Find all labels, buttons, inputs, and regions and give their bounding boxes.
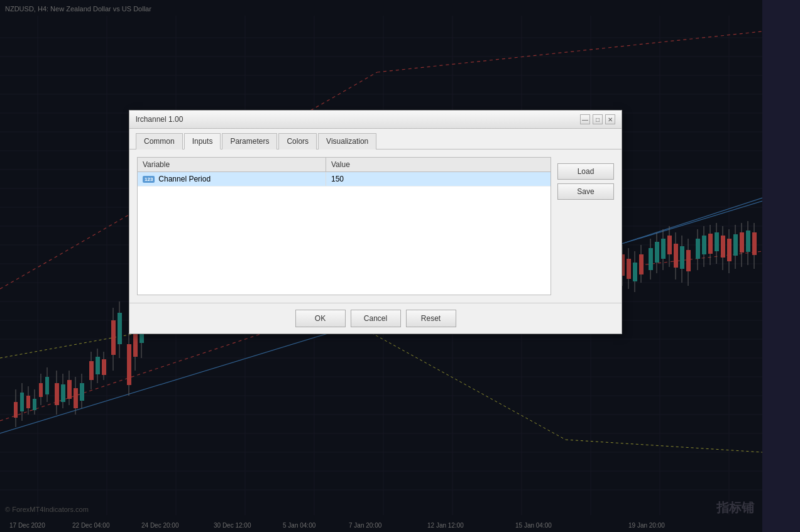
load-button[interactable]: Load: [557, 163, 614, 180]
variable-type-icon: 123: [143, 176, 155, 183]
value-cell[interactable]: 150: [326, 172, 551, 186]
close-button[interactable]: ✕: [605, 114, 615, 124]
side-buttons: Load Save: [557, 157, 614, 295]
dialog-footer: OK Cancel Reset: [129, 303, 622, 334]
tab-visualization[interactable]: Visualization: [318, 133, 376, 149]
save-button[interactable]: Save: [557, 183, 614, 200]
reset-button[interactable]: Reset: [406, 310, 456, 327]
variable-name: Channel Period: [158, 175, 211, 183]
cancel-button[interactable]: Cancel: [351, 310, 401, 327]
dialog-title: lrchannel 1.00: [136, 115, 183, 124]
dialog-body: Variable Value 123 Channel Period 150 L: [129, 149, 622, 303]
dialog-tabs: Common Inputs Parameters Colors Visualiz…: [129, 129, 622, 149]
variable-cell: 123 Channel Period: [138, 172, 326, 186]
minimize-button[interactable]: —: [580, 114, 590, 124]
dialog-window: lrchannel 1.00 — □ ✕ Common Inputs Param…: [129, 110, 622, 334]
tab-parameters[interactable]: Parameters: [222, 133, 277, 149]
dialog-titlebar: lrchannel 1.00 — □ ✕: [129, 111, 622, 129]
table-header: Variable Value: [138, 158, 551, 172]
table-row[interactable]: 123 Channel Period 150: [138, 172, 551, 187]
col-variable: Variable: [138, 158, 326, 171]
table-area: Variable Value 123 Channel Period 150: [137, 157, 551, 295]
tab-inputs[interactable]: Inputs: [184, 133, 221, 149]
inputs-table-container: Variable Value 123 Channel Period 150: [137, 157, 551, 295]
maximize-button[interactable]: □: [593, 114, 603, 124]
ok-button[interactable]: OK: [295, 310, 346, 327]
tab-colors[interactable]: Colors: [278, 133, 317, 149]
dialog-content: Variable Value 123 Channel Period 150 L: [137, 157, 614, 295]
col-value: Value: [326, 158, 551, 171]
tab-common[interactable]: Common: [136, 133, 183, 149]
dialog-controls: — □ ✕: [580, 114, 615, 124]
